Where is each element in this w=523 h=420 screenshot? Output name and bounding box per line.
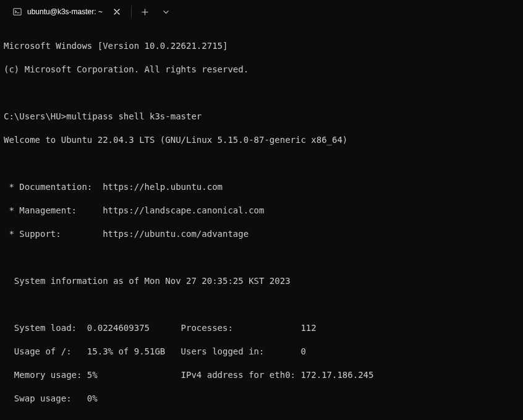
tab-active[interactable]: ubuntu@k3s-master: ~ bbox=[5, 2, 129, 22]
output-line: C:\Users\HU>multipass shell k3s-master bbox=[4, 111, 519, 122]
blank-line bbox=[4, 158, 519, 169]
output-line: Swap usage: 0% bbox=[4, 393, 519, 405]
output-line: Microsoft Windows [Version 10.0.22621.27… bbox=[4, 40, 519, 52]
output-line: Usage of /: 15.3% of 9.51GB Users logged… bbox=[4, 346, 519, 358]
blank-line bbox=[4, 87, 519, 99]
output-line: * Documentation: https://help.ubuntu.com bbox=[4, 181, 519, 193]
output-line: Memory usage: 5% IPv4 address for eth0: … bbox=[4, 369, 519, 381]
titlebar: ubuntu@k3s-master: ~ bbox=[0, 0, 523, 24]
output-line: Welcome to Ubuntu 22.04.3 LTS (GNU/Linux… bbox=[4, 134, 519, 146]
new-tab-button[interactable] bbox=[134, 2, 155, 22]
blank-line bbox=[4, 252, 519, 264]
divider bbox=[131, 6, 132, 18]
output-line: System load: 0.0224609375 Processes: 112 bbox=[4, 322, 519, 334]
output-line: (c) Microsoft Corporation. All rights re… bbox=[4, 64, 519, 75]
terminal-output[interactable]: Microsoft Windows [Version 10.0.22621.27… bbox=[0, 24, 523, 420]
tab-title: ubuntu@k3s-master: ~ bbox=[27, 7, 106, 16]
output-line: * Support: https://ubuntu.com/advantage bbox=[4, 228, 519, 240]
blank-line bbox=[4, 416, 519, 420]
terminal-icon bbox=[12, 7, 22, 17]
output-line: * Management: https://landscape.canonica… bbox=[4, 205, 519, 216]
close-icon[interactable] bbox=[111, 6, 122, 17]
svg-rect-0 bbox=[14, 9, 21, 15]
output-line: System information as of Mon Nov 27 20:3… bbox=[4, 275, 519, 287]
dropdown-button[interactable] bbox=[155, 2, 176, 22]
blank-line bbox=[4, 299, 519, 311]
